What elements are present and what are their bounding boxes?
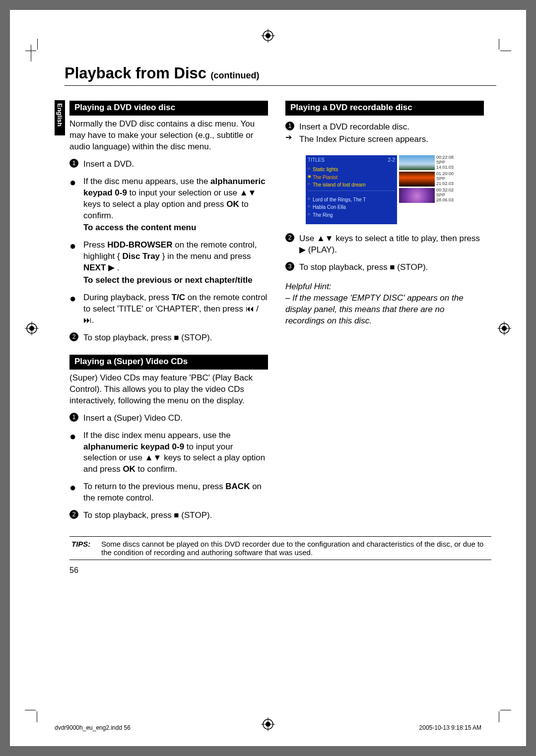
thumb-meta: 00:22:08 SPP 14.01.03: [436, 155, 454, 170]
access-content-menu-heading: To access the content menu: [83, 222, 268, 234]
footer-filename: dvdr9000h_eu_eng2.indd 56: [55, 724, 131, 731]
ip-item: Static lights: [308, 166, 395, 173]
dvd-rec-step1: Insert a DVD recordable disc.: [299, 122, 484, 133]
tips-footer: TIPS: Some discs cannot be played on thi…: [69, 536, 491, 560]
svg-text:1: 1: [72, 160, 76, 167]
hint-title: Helpful Hint:: [285, 281, 484, 293]
page-title: Playback from Disc: [65, 64, 206, 82]
thumb-meta: 01:20:00 SPP 21.02.03: [436, 172, 454, 187]
dvd-video-step1: Insert a DVD.: [83, 159, 268, 170]
bullet-icon: ●: [69, 481, 79, 504]
svcd-bullet1: If the disc index menu appears, use the …: [83, 430, 268, 476]
print-footer: dvdr9000h_eu_eng2.indd 56 2005-10-13 9:1…: [55, 724, 481, 731]
svg-text:1: 1: [72, 414, 76, 421]
step-1-icon: 1: [69, 159, 79, 170]
ip-item: Habla Con Ella: [308, 204, 395, 211]
ip-titles-label: TITLES: [308, 157, 325, 164]
bullet-icon: ●: [69, 430, 79, 476]
thumbnail-icon: [399, 172, 435, 187]
page-content: Playback from Disc (continued) English P…: [40, 64, 496, 575]
ip-page-indicator: 2-2: [388, 157, 395, 164]
thumb-meta: 00:32:02 SPP 28.06.03: [436, 188, 454, 203]
language-tab: English: [55, 100, 65, 135]
thumbnail-icon: [399, 155, 435, 170]
step-1-icon: 1: [285, 122, 295, 133]
footer-timestamp: 2005-10-13 9:18:15 AM: [419, 724, 481, 731]
left-column: Playing a DVD video disc Normally the DV…: [69, 96, 268, 521]
bullet-icon: ●: [69, 240, 79, 274]
ip-item-selected: The Pianist: [308, 174, 395, 181]
dvd-video-bullet1: If the disc menu appears, use the alphan…: [83, 176, 268, 222]
thumbnail-icon: [399, 188, 435, 203]
dvd-rec-step2: Use ▲▼ keys to select a title to play, t…: [299, 233, 484, 256]
title-divider: [65, 85, 496, 86]
step-1-icon: 1: [69, 413, 79, 424]
crop-mark-icon: [31, 45, 48, 62]
step-2-icon: 2: [285, 233, 295, 256]
svcd-step1: Insert a (Super) Video CD.: [83, 413, 268, 424]
svg-text:1: 1: [288, 123, 292, 129]
dvd-rec-step3: To stop playback, press ■ (STOP).: [299, 262, 484, 273]
svcd-bullet2: To return to the previous menu, press BA…: [83, 481, 268, 504]
section-header-dvd-recordable: Playing a DVD recordable disc: [285, 101, 484, 116]
dvd-video-intro: Normally the DVD disc contains a disc me…: [69, 119, 268, 153]
ip-item: The island of lost dream: [308, 182, 395, 189]
dvd-video-bullet2: Press HDD-BROWSER on the remote control,…: [83, 240, 268, 274]
crop-mark-icon: [488, 45, 505, 62]
svg-text:2: 2: [72, 333, 76, 340]
svcd-intro: (Super) Video CDs may feature 'PBC' (Pla…: [69, 373, 268, 407]
svg-text:2: 2: [288, 234, 292, 241]
bullet-icon: ●: [69, 176, 79, 222]
select-chapter-heading: To select the previous or next chapter/t…: [83, 275, 268, 286]
dvd-rec-result: The Index Picture screen appears.: [299, 134, 484, 145]
bullet-icon: ●: [69, 292, 79, 326]
crop-mark-icon: [488, 699, 505, 716]
dvd-video-bullet3: During playback, press T/C on the remote…: [83, 292, 268, 326]
tips-label: TIPS:: [71, 540, 96, 557]
registration-mark-icon: [497, 321, 511, 335]
step-3-icon: 3: [285, 262, 295, 273]
section-header-svcd: Playing a (Super) Video CDs: [69, 355, 268, 370]
step-2-icon: 2: [69, 332, 79, 344]
registration-mark-icon: [25, 321, 39, 335]
page-title-continued: (continued): [210, 70, 259, 80]
svg-text:3: 3: [288, 263, 292, 270]
index-picture-screenshot: TITLES 2-2 Static lights The Pianist The…: [303, 152, 467, 228]
section-header-dvd-video: Playing a DVD video disc: [69, 101, 268, 116]
page-number: 56: [69, 566, 496, 575]
svcd-step2: To stop playback, press ■ (STOP).: [83, 510, 268, 521]
tips-text: Some discs cannot be played on this DVD …: [101, 540, 489, 557]
svg-text:2: 2: [72, 511, 76, 518]
registration-mark-icon: [261, 29, 275, 43]
step-2-icon: 2: [69, 510, 79, 521]
arrow-right-icon: ➔: [285, 134, 295, 145]
helpful-hint: Helpful Hint: – If the message 'EMPTY DI…: [285, 281, 484, 327]
dvd-video-step2: To stop playback, press ■ (STOP).: [83, 332, 268, 344]
ip-item: The Ring: [308, 212, 395, 219]
ip-item: Lord of the Rings, The T: [308, 196, 395, 203]
hint-body: – If the message 'EMPTY DISC' appears on…: [285, 293, 484, 327]
manual-page: Playback from Disc (continued) English P…: [10, 10, 526, 746]
crop-mark-icon: [31, 699, 48, 716]
right-column: Playing a DVD recordable disc 1 Insert a…: [285, 96, 484, 521]
